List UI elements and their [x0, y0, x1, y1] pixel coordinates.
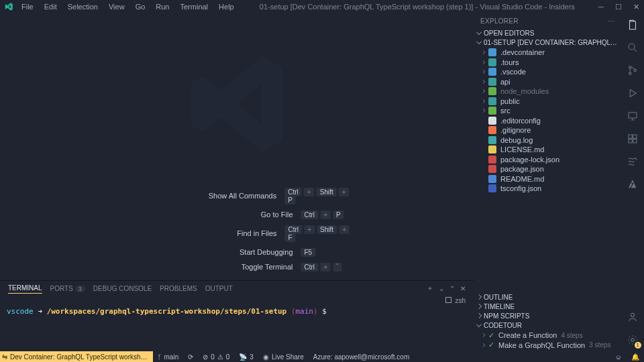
window-minimize-button[interactable]: ─ [596, 3, 606, 11]
file--editorconfig[interactable]: .editorconfig [474, 116, 621, 126]
folder--devcontainer[interactable]: .devcontainer [474, 48, 621, 58]
menu-file[interactable]: File [17, 1, 38, 12]
remote-icon: ⇋ [2, 353, 7, 361]
svg-point-4 [634, 69, 636, 71]
pane-outline-label: OUTLINE [484, 294, 513, 301]
folder--vscode[interactable]: .vscode [474, 67, 621, 77]
check-icon: ✓ [488, 331, 494, 340]
window-title: 01-setup [Dev Container: GraphQL TypeScr… [239, 3, 596, 11]
folder-public[interactable]: public [474, 97, 621, 107]
status-feedback-icon[interactable]: ☺ [610, 353, 627, 361]
activity-source-control-icon[interactable] [621, 59, 644, 82]
file-readme-md[interactable]: README.md [474, 174, 621, 184]
settings-badge: 1 [635, 342, 641, 349]
activity-extensions-icon[interactable] [621, 127, 644, 150]
pane-codetour-label: CODETOUR [484, 322, 522, 329]
pane-timeline[interactable]: TIMELINE [474, 302, 621, 311]
activity-azure-icon[interactable] [621, 173, 644, 196]
panel-tab-problems[interactable]: PROBLEMS [160, 284, 197, 294]
terminal-shell-label: zsh [455, 297, 466, 304]
explorer-header: EXPLORER ⋯ [474, 13, 621, 28]
terminal-new-icon[interactable]: ＋ [427, 284, 433, 293]
file-label: .devcontainer [500, 48, 545, 56]
file--gitignore[interactable]: .gitignore [474, 125, 621, 135]
file-debug-log[interactable]: debug.log [474, 135, 621, 145]
chevron-right-icon [481, 60, 485, 64]
file-label: node_modules [500, 87, 549, 95]
sync-icon: ⟳ [188, 353, 193, 361]
panel-tab-ports[interactable]: PORTS3 [50, 285, 85, 292]
menu-go[interactable]: Go [131, 1, 150, 12]
menu-terminal[interactable]: Terminal [176, 1, 213, 12]
welcome-shortcut-row: Find in FilesCtrl + Shift + F [119, 225, 356, 241]
folder-api[interactable]: api [474, 77, 621, 87]
file-label: tsconfig.json [500, 184, 541, 192]
activity-codetour-icon[interactable] [621, 150, 644, 173]
pane-codetour-header[interactable]: CODETOUR [474, 320, 621, 330]
activity-run-debug-icon[interactable] [621, 82, 644, 105]
svg-point-2 [629, 66, 631, 68]
status-live-share[interactable]: ◉Live Share [258, 353, 309, 361]
window-maximize-button[interactable]: ☐ [613, 3, 624, 11]
title-bar: File Edit Selection View Go Run Terminal… [0, 0, 644, 13]
activity-settings-icon[interactable]: 1 [621, 328, 644, 351]
panel-tab-terminal[interactable]: TERMINAL [8, 283, 42, 294]
menu-selection[interactable]: Selection [63, 1, 103, 12]
file-package-json[interactable]: package.json [474, 164, 621, 174]
panel-maximize-icon[interactable]: ⌃ [449, 285, 455, 292]
status-notifications-icon[interactable]: 🔔 [627, 353, 644, 361]
status-remote-indicator[interactable]: ⇋ Dev Container: GraphQL TypeScript work… [0, 351, 153, 362]
file-license-md[interactable]: LICENSE.md [474, 145, 621, 155]
activity-remote-explorer-icon[interactable] [621, 105, 644, 127]
folder--tours[interactable]: .tours [474, 58, 621, 68]
shortcut-label: Go to File [119, 210, 293, 219]
status-problems[interactable]: ⊘0 ⚠0 [198, 353, 234, 361]
pane-outline[interactable]: OUTLINE [474, 292, 621, 302]
pane-npm-scripts[interactable]: NPM SCRIPTS [474, 311, 621, 320]
explorer-more-icon[interactable]: ⋯ [608, 17, 614, 25]
editor-area: Show All CommandsCtrl + Shift + PGo to F… [0, 13, 474, 280]
window-close-button[interactable]: ✕ [631, 3, 641, 11]
pane-project-header[interactable]: 01-SETUP [DEV CONTAINER: GRAPHQL TYPESCR… [474, 38, 621, 47]
activity-bar: 1 [621, 13, 644, 351]
pane-npm-scripts-label: NPM SCRIPTS [484, 312, 529, 320]
shortcut-keys: Ctrl + Shift + P [284, 188, 355, 204]
terminal-split-dropdown-icon[interactable]: ⌄ [439, 285, 444, 292]
check-icon: ✓ [488, 341, 494, 349]
terminal-shell-indicator[interactable]: zsh [0, 296, 474, 304]
panel-tab-output[interactable]: OUTPUT [205, 284, 233, 294]
file-package-lock-json[interactable]: package-lock.json [474, 155, 621, 165]
file-icon [488, 184, 496, 192]
shortcut-keys: Ctrl + Shift + F [285, 225, 356, 241]
folder-icon [488, 107, 496, 115]
tour-item[interactable]: ✓Make a GraphQL Function3 steps [474, 341, 621, 351]
panel-close-icon[interactable]: ✕ [460, 285, 466, 292]
menu-help[interactable]: Help [214, 1, 239, 12]
status-sync[interactable]: ⟳ [183, 353, 198, 361]
status-azure-account[interactable]: Azure: aapowell@microsoft.com [309, 353, 415, 361]
activity-accounts-icon[interactable] [621, 306, 644, 328]
file-tsconfig-json[interactable]: tsconfig.json [474, 184, 621, 194]
panel-tab-debug-console[interactable]: DEBUG CONSOLE [93, 284, 152, 294]
folder-icon [488, 68, 496, 76]
terminal-body[interactable]: vscode ➜ /workspaces/graphql-typescript-… [0, 304, 474, 318]
activity-search-icon[interactable] [621, 36, 644, 59]
activity-explorer-icon[interactable] [621, 13, 644, 36]
menu-view[interactable]: View [104, 1, 129, 12]
folder-node-modules[interactable]: node_modules [474, 86, 621, 97]
chevron-right-icon [481, 343, 485, 347]
vscode-watermark-icon [180, 47, 294, 162]
file-label: LICENSE.md [500, 145, 544, 154]
status-branch[interactable]: ᚶ main [153, 353, 184, 361]
file-icon [488, 126, 496, 134]
tour-item[interactable]: ✓Create a Function4 steps [474, 330, 621, 341]
menu-edit[interactable]: Edit [40, 1, 62, 12]
status-branch-label: main [164, 353, 179, 361]
pane-open-editors[interactable]: OPEN EDITORS [474, 28, 621, 38]
shortcut-keys: Ctrl + P [301, 210, 344, 219]
shortcut-label: Show All Commands [119, 192, 277, 200]
folder-src[interactable]: src [474, 106, 621, 116]
shortcut-label: Toggle Terminal [119, 263, 293, 271]
status-ports[interactable]: 📡3 [234, 353, 258, 361]
menu-run[interactable]: Run [151, 1, 174, 12]
